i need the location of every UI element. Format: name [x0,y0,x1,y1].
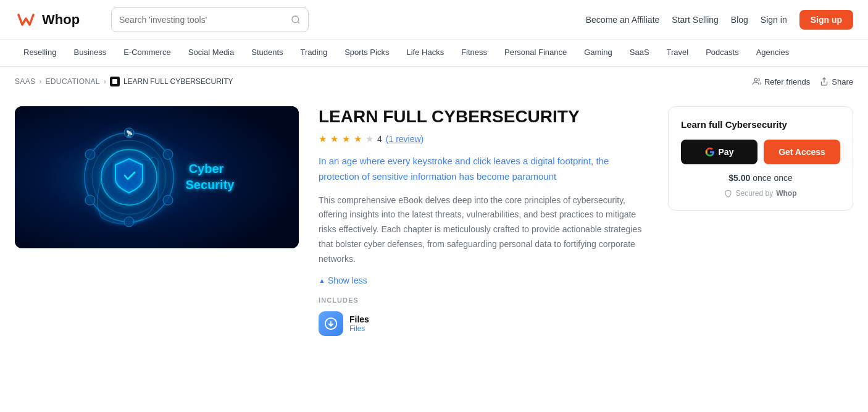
rating-number: 4 [377,134,382,144]
secured-label: Secured by [735,189,773,198]
gpay-label: Pay [719,147,734,157]
star-5: ★ [365,133,373,145]
cat-gaming[interactable]: Gaming [575,40,621,67]
includes-label: INCLUDES [319,296,648,304]
cat-sports-picks[interactable]: Sports Picks [336,40,398,67]
svg-point-15 [85,195,95,205]
svg-text:📡: 📡 [126,130,133,137]
price-once: once [774,173,792,183]
svg-point-12 [163,149,173,159]
whop-logo-icon [15,9,37,31]
get-access-button[interactable]: Get Access [764,140,840,164]
breadcrumb-saas[interactable]: SAAS [15,77,35,86]
whop-brand-label: Whop [776,189,796,198]
chevron-up-icon: ▲ [319,277,325,284]
star-2: ★ [330,133,338,145]
shield-secured-icon [724,190,732,198]
cat-personal-finance[interactable]: Personal Finance [496,40,575,67]
includes-files-item: Files Files [319,311,648,336]
blog-link[interactable]: Blog [731,15,748,25]
files-info: Files Files [349,314,369,333]
cat-social-media[interactable]: Social Media [180,40,243,67]
cat-podcasts[interactable]: Podcasts [697,40,747,67]
product-title: LEARN FULL CYBERSECURITY [319,106,648,127]
price-row: $5.00 once once [681,173,840,183]
cat-trading[interactable]: Trading [292,40,336,67]
signup-button[interactable]: Sign up [799,10,853,30]
affiliate-link[interactable]: Become an Affiliate [586,15,660,25]
share-label: Share [832,77,853,86]
svg-point-14 [85,149,95,159]
cat-life-hacks[interactable]: Life Hacks [398,40,453,67]
cat-reselling[interactable]: Reselling [15,40,65,67]
product-description-secondary: This comprehensive eBook delves deep int… [319,193,648,267]
purchase-card-title: Learn full Cybersecurity [681,119,840,130]
files-icon [319,311,343,336]
breadcrumb-sep-2: › [104,77,106,86]
signin-button[interactable]: Sign in [761,15,787,25]
breadcrumb-product-icon [110,77,120,86]
price-suffix: once [753,173,771,183]
logo[interactable]: Whop [15,9,101,31]
svg-rect-2 [112,79,117,84]
svg-text:Security: Security [186,178,235,191]
cat-ecommerce[interactable]: E-Commerce [115,40,180,67]
product-details: LEARN FULL CYBERSECURITY ★ ★ ★ ★ ★ 4 (1 … [319,106,648,336]
svg-point-3 [754,78,757,82]
purchase-buttons: Pay Get Access [681,140,840,164]
product-image: 📡 Cyber Security [15,106,299,248]
breadcrumb-sep-1: › [39,77,41,86]
show-less-button[interactable]: ▲ Show less [319,275,367,285]
svg-point-1 [292,16,299,23]
show-less-label: Show less [328,275,367,285]
share-icon [820,77,828,86]
share-button[interactable]: Share [820,77,853,86]
cat-business[interactable]: Business [65,40,115,67]
files-sublabel: Files [349,324,369,333]
refer-friends-button[interactable]: Refer friends [753,77,810,86]
rating-row: ★ ★ ★ ★ ★ 4 (1 review) [319,133,648,145]
svg-point-16 [124,217,134,227]
cat-saas[interactable]: SaaS [621,40,658,67]
category-navigation: Reselling Business E-Commerce Social Med… [0,40,868,67]
gpay-button[interactable]: Pay [681,140,757,164]
start-selling-link[interactable]: Start Selling [672,15,718,25]
top-navigation: Whop Become an Affiliate Start Selling B… [0,0,868,40]
cat-travel[interactable]: Travel [658,40,698,67]
purchase-card: Learn full Cybersecurity Pay Get Access … [668,106,853,211]
secured-row: Secured by Whop [681,189,840,198]
star-1: ★ [319,133,327,145]
breadcrumb-current: LEARN FULL CYBERSECURITY [110,77,233,86]
breadcrumb-educational[interactable]: EDUCATIONAL [45,77,99,86]
product-image-inner: 📡 Cyber Security [15,106,299,248]
person-icon [753,77,761,86]
logo-text: Whop [42,12,80,28]
cat-fitness[interactable]: Fitness [453,40,496,67]
main-content: 📡 Cyber Security LEARN FULL CYBERSECURIT… [0,96,868,346]
search-icon [291,15,301,25]
star-4: ★ [354,133,362,145]
files-label: Files [349,314,369,324]
cat-agencies[interactable]: Agencies [748,40,798,67]
breadcrumb-current-text: LEARN FULL CYBERSECURITY [123,77,233,86]
google-g-icon [705,147,715,157]
rating-review-link[interactable]: (1 review) [386,134,424,144]
cat-students[interactable]: Students [243,40,291,67]
price-amount: $5.00 [728,173,750,183]
product-description-main: In an age where every keystroke and clic… [319,153,648,185]
download-icon [324,317,338,330]
star-3: ★ [342,133,350,145]
svg-point-13 [163,195,173,205]
search-bar[interactable] [111,7,309,32]
breadcrumb-actions: Refer friends Share [753,77,853,86]
refer-friends-label: Refer friends [764,77,810,86]
nav-right-area: Become an Affiliate Start Selling Blog S… [586,10,853,30]
cyber-security-image: 📡 Cyber Security [15,106,299,248]
search-input[interactable] [119,15,286,25]
breadcrumb: SAAS › EDUCATIONAL › LEARN FULL CYBERSEC… [0,67,868,96]
svg-text:Cyber: Cyber [189,162,224,175]
